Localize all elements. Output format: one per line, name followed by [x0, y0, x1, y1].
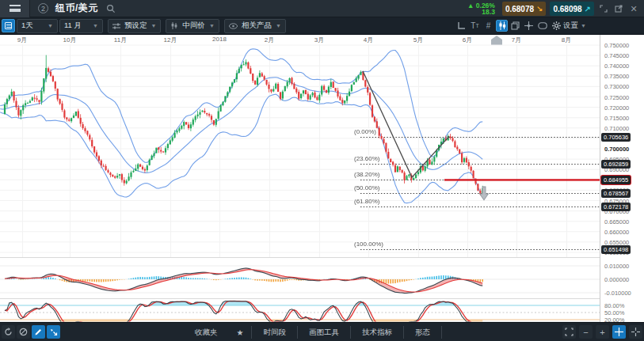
tab-number-badge: 2 [38, 3, 48, 13]
preset-dropdown[interactable]: 预设定▼ [108, 19, 161, 33]
price-axis-tool-icon[interactable] [455, 20, 467, 32]
chevron-down-icon: ▼ [48, 23, 53, 28]
time-axis-label: 2月 [265, 36, 274, 44]
buy-price: 0.68098 [553, 5, 581, 13]
buy-arrow-icon: ↗ [585, 5, 591, 13]
fit-content-icon[interactable] [562, 325, 576, 339]
drawing-tools-button[interactable]: 画图工具 [298, 323, 350, 341]
price-axis-label: 0.735000 [604, 73, 629, 80]
price-axis-label: 0.750000 [604, 42, 629, 49]
macd-axis-label: -0.010000 [604, 290, 631, 297]
time-axis: 9月10月11月12月20182月3月4月5月6月7月8月 [0, 35, 600, 44]
fib-level-label: (61.80%) [353, 198, 380, 205]
eye-icon [229, 23, 238, 29]
timeframe-menu-button[interactable]: 时间段 [252, 323, 297, 341]
change-points: 18.3 [482, 9, 495, 15]
sell-price-button[interactable]: 0.68078 ↘ [502, 2, 547, 16]
related-products-label: 相关产品 [242, 21, 272, 31]
candlestick-small-icon [170, 22, 178, 29]
close-icon[interactable]: ✕ [628, 3, 639, 14]
gear-icon [552, 21, 561, 30]
time-axis-label: 11月 [114, 36, 127, 44]
text-tool-icon[interactable]: TT [469, 20, 481, 32]
macd-axis-label: 0.010000 [604, 263, 629, 270]
zoom-in-button[interactable]: + [596, 325, 609, 339]
settings-button[interactable]: 设置 ▼ [552, 21, 586, 31]
price-axis-label: 0.720000 [604, 104, 629, 112]
time-axis-label: 5月 [413, 36, 423, 44]
time-axis-label: 7月 [512, 36, 521, 44]
price-axis-label: 0.725000 [604, 94, 629, 101]
duplicate-chart-icon[interactable] [509, 20, 521, 32]
price-type-label: 中间价 [182, 21, 205, 31]
fib-level-label: (50.00%) [353, 184, 380, 191]
crosshair-snap-icon[interactable] [629, 325, 642, 339]
timeframe-value: 1天 [21, 21, 33, 31]
stoch-axis-label: 50.00% [604, 309, 624, 316]
price-axis-label: 0.660000 [604, 229, 629, 236]
trading-app-window: 2 纽币/美元 ▲ 0.26% 18.3 0.68078 ↘ 0.68098 ↗… [0, 0, 644, 341]
price-level-badge: 0.705636 [601, 133, 631, 142]
chart-type-candles-icon[interactable] [496, 20, 508, 32]
time-axis-label: 12月 [164, 36, 177, 44]
crosshair-mode-icon[interactable] [612, 325, 626, 339]
grid-icon[interactable]: # [482, 20, 494, 32]
price-axis-label: 0.745000 [604, 52, 629, 59]
sell-arrow-icon: ↘ [536, 5, 543, 13]
price-level-badge: 0.684955 [601, 176, 631, 184]
stoch-axis-label: 80.00% [604, 302, 624, 309]
zoom-out-button[interactable]: − [579, 325, 593, 339]
chevron-down-icon: ▼ [151, 23, 157, 28]
fib-level-label: (0.00%) [353, 128, 377, 135]
fib-level-label: (23.60%) [353, 155, 380, 162]
chart-canvas[interactable] [0, 44, 600, 322]
price-axis[interactable]: 0.7500000.7450000.7400000.7350000.730000… [600, 35, 644, 322]
macd-axis-label: 0.000000 [604, 276, 629, 283]
draw-pencil-icon[interactable] [32, 325, 45, 339]
month-dropdown[interactable]: 11 月▼ [59, 19, 103, 33]
bottom-menu: 收藏夹 ★ 时间段 画图工具 技术指标 形态 [184, 323, 442, 341]
favorites-button[interactable]: 收藏夹 [184, 323, 229, 341]
chart-toolbar: 1天▼ 11 月▼ 预设定▼ 中间价▼ 相关产品▼ TT # [0, 17, 644, 35]
fullscreen-icon[interactable] [598, 3, 609, 14]
fib-level-label: (100.00%) [353, 241, 384, 248]
chevron-down-icon: ▼ [276, 23, 281, 28]
price-level-badge: 0.651498 [601, 245, 631, 254]
popout-icon[interactable] [613, 3, 624, 14]
watchlist-button[interactable] [2, 19, 15, 32]
time-axis-label: 10月 [63, 36, 77, 44]
related-products-dropdown[interactable]: 相关产品▼ [224, 19, 286, 33]
patterns-button[interactable]: 形态 [404, 323, 441, 341]
reset-view-icon[interactable] [2, 325, 15, 339]
menu-button[interactable] [0, 0, 30, 17]
disable-drawing-icon[interactable] [17, 325, 30, 339]
hamburger-icon [10, 5, 21, 12]
buy-price-button[interactable]: 0.68098 ↗ [550, 2, 594, 16]
title-bar: 2 纽币/美元 ▲ 0.26% 18.3 0.68078 ↘ 0.68098 ↗… [0, 0, 644, 17]
star-icon[interactable]: ★ [229, 328, 252, 337]
bottom-toolbar: 收藏夹 ★ 时间段 画图工具 技术指标 形态 − + [0, 322, 644, 341]
price-level-badge: 0.678567 [601, 189, 631, 198]
price-axis-label: 0.700000 [604, 146, 629, 153]
time-axis-label: 6月 [463, 36, 472, 44]
time-axis-label: 2018 [212, 36, 227, 43]
time-axis-label: 8月 [562, 36, 571, 44]
time-axis-label: 9月 [17, 36, 27, 44]
price-axis-label: 0.665000 [604, 218, 629, 225]
list-icon [5, 22, 12, 29]
time-axis-label: 4月 [364, 36, 373, 44]
crosshair-icon[interactable] [523, 20, 535, 32]
price-level-badge: 0.692859 [601, 160, 631, 169]
preset-label: 预设定 [124, 21, 147, 31]
sell-price: 0.68078 [505, 5, 534, 13]
change-arrow-icon: ▲ [467, 2, 474, 9]
move-cursor-icon[interactable] [47, 325, 60, 339]
indicators-button[interactable]: 技术指标 [351, 323, 403, 341]
shape-tool-icon[interactable] [536, 20, 548, 32]
timeframe-dropdown[interactable]: 1天▼ [17, 19, 58, 33]
time-axis-label: 3月 [314, 36, 324, 44]
chevron-down-icon: ▼ [93, 23, 98, 28]
price-type-dropdown[interactable]: 中间价▼ [166, 19, 219, 33]
month-value: 11 月 [64, 21, 82, 31]
search-icon[interactable] [106, 4, 116, 13]
